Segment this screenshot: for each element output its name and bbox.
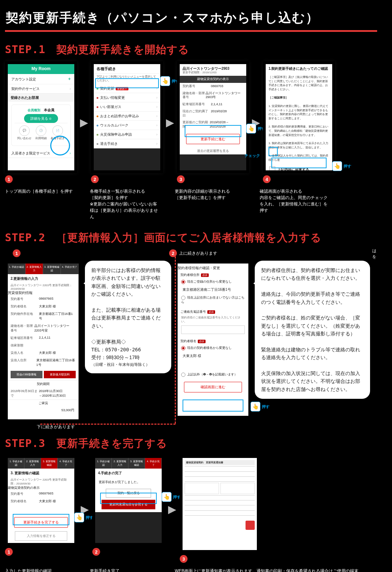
- speech-icon: 💬: [19, 125, 30, 136]
- kv-k: 建物名称・部屋番号: [11, 324, 34, 333]
- radio-addr-other[interactable]: 現在上記住所にお住まいでない方はこちら: [178, 294, 248, 306]
- icon-statement[interactable]: 🕒利用明細: [33, 125, 49, 140]
- icon-inquiry[interactable]: 💬問い合わせ: [16, 125, 33, 140]
- highlight-box: [95, 78, 159, 88]
- required-badge: 必須: [207, 310, 215, 314]
- step1-title: STEP.1 契約更新手続きを開始する: [5, 43, 377, 57]
- section-rooms: 登録されたお部屋: [8, 94, 74, 102]
- progress-step: 4. 手続き完了: [58, 458, 74, 469]
- highlight-box: [183, 400, 243, 412]
- doc-title: 建物賃貸借契約 更新同意通知書: [185, 460, 255, 465]
- radio-other[interactable]: 上記以外（❶～❻を記載願います）: [178, 371, 248, 378]
- menu-fire[interactable]: 火災保険申込み申請›: [94, 130, 160, 139]
- menu-gas[interactable]: いい部屋ガス›: [94, 102, 160, 112]
- menu-fire-label: 火災保険申込み申請: [100, 132, 132, 136]
- step2-balloonA: 前半部分にはお客様の契約情報が表示されています。誤字や駐車区画、金額等に間違いが…: [85, 261, 171, 373]
- addr-label: 契約者様住所: [180, 273, 200, 277]
- dashed-line: [175, 250, 176, 424]
- balloon-tel: TEL：0570-200-266: [91, 346, 165, 353]
- radio-icon: [181, 296, 185, 300]
- s3a-sub: 品川イーストワンタワー 2203号 更新手続期限：2018/09/30: [8, 478, 74, 486]
- row-services[interactable]: 契約中のサービス ›: [8, 84, 74, 94]
- step3-title: STEP.3 更新手続きを完了する: [5, 436, 377, 451]
- s3a-head: 3. 更新情報の確認: [8, 469, 74, 478]
- progress-step: 2. 更新情報入力: [112, 458, 128, 469]
- kv-k: 借家形態: [11, 343, 39, 348]
- radio-name-same[interactable]: 現在の契約者様名から変更なし: [178, 344, 248, 352]
- balloon-note: （日曜・祝日・年末年始等除く）: [91, 362, 165, 368]
- step3-doc: 建物賃貸借契約 更新同意通知書: [180, 455, 260, 553]
- deadline: 更新手続期限：2018/12/03: [180, 71, 246, 76]
- fee: 53,000円: [8, 407, 79, 414]
- press-label: 押す: [262, 404, 270, 409]
- press-label: 押す: [344, 164, 351, 169]
- edit-button[interactable]: 入力情報を修正する: [15, 531, 67, 541]
- member-type-label: 会員種別: [28, 108, 40, 112]
- highlight-ring: [50, 136, 70, 155]
- step3-cap1: 入力した更新情報の確認 ［更新手続きを完了する］を押す: [5, 568, 76, 572]
- arrow-icon: ▶: [78, 116, 90, 129]
- step2a-head: 2.更新情報の入力: [8, 274, 79, 283]
- pointer-icon: 👆: [160, 76, 170, 86]
- balloon-text: 前半部分にはお客様の契約情報が表示されています。誤字や駐車区画、金額等に間違いが…: [91, 266, 165, 298]
- fee-head: ご家賃: [8, 400, 79, 407]
- progress-bar: 1. 手続き確認 2. 更新情報入力 3. 更新情報確認 4. 手続き完了: [95, 458, 162, 469]
- progress-step: 1. 手続き確認: [95, 458, 112, 469]
- badge-3: 3: [180, 555, 188, 563]
- menu-moveout[interactable]: 退去手続き›: [94, 139, 160, 148]
- band: 建物賃貸借契約の表示: [180, 76, 246, 83]
- balloon-text: 緊急連絡先は建物のトラブル等で連絡の取れる連絡先を入力してください。: [261, 346, 364, 362]
- progress-step: 4. 手続き完了: [61, 264, 79, 274]
- tab-right[interactable]: 更新後月額賃料: [44, 371, 76, 378]
- clock-icon: 🕒: [36, 125, 46, 136]
- badge-3: 3: [177, 175, 185, 183]
- menu-combine[interactable]: おまとめ請求のお申込み›: [94, 112, 160, 121]
- name-label: 契約者様名: [180, 339, 196, 343]
- tel-note: 契約者様のご連絡先電話番号を入力してください。: [178, 315, 248, 324]
- menu-payment[interactable]: 支払い情報変更›: [94, 93, 160, 102]
- history-link[interactable]: 過去の更新履歴を見る: [180, 148, 246, 155]
- kv-v: 大東太郎 様: [39, 499, 56, 504]
- row-account-label: アカウント設定: [11, 77, 36, 81]
- radio-label: 現在の契約者様名から変更なし: [187, 346, 232, 350]
- name-value: 大東太郎 様: [178, 352, 248, 360]
- menu-combine-label: おまとめ請求のお申込み: [100, 114, 139, 118]
- term-from: 2018年09月30日まで: [11, 389, 39, 398]
- tel-input[interactable]: [181, 325, 245, 334]
- highlight-box: [271, 158, 327, 168]
- press-indicator: 👆押す: [250, 402, 270, 412]
- balloon-text: 契約者様住所は、契約者様が実際にお住まいになられている住所を選択・入力ください。: [261, 266, 364, 282]
- radio-label: 現在上記住所にお住まいでない方はこちら: [181, 296, 244, 304]
- step1-cap4: 確認画面が表示される 内容をご確認の上、同意のチェックを入れ、［更新情報入力に進…: [260, 188, 330, 214]
- confirm-button[interactable]: 確認画面に進む: [184, 382, 242, 392]
- required-badge: 必須: [198, 340, 206, 343]
- pointer-icon: 👆: [250, 402, 260, 412]
- seal-icon: [246, 521, 255, 530]
- radio-icon: [181, 373, 185, 377]
- chevron-right-icon: ›: [70, 151, 71, 155]
- progress-step: 3. 更新情報確認: [43, 264, 61, 274]
- press-indicator: 👆押す: [160, 76, 179, 86]
- radio-on-icon: [181, 346, 185, 350]
- radio-addr-same[interactable]: 現在ご登録の住所から変更なし: [178, 278, 248, 285]
- tab-left[interactable]: 照会の特徴情報: [11, 371, 42, 378]
- step3-cap2: 更新手続き完了 ［更新同意通知書を参照する］を押す: [90, 568, 161, 572]
- done-msg: 更新手続きが完了しました。: [95, 478, 162, 487]
- menu-welcome[interactable]: ウェルカムパーク›: [94, 121, 160, 130]
- press-indicator: 👆押す: [74, 512, 93, 522]
- member-type: 本会員: [44, 108, 54, 112]
- detail-button[interactable]: 詳細を見る ⊙: [24, 114, 58, 123]
- plus-icon: +: [68, 76, 71, 82]
- press-indicator: 👆押す: [332, 161, 351, 171]
- row-account[interactable]: アカウント設定 +: [8, 74, 74, 85]
- badge-4: 4: [263, 175, 271, 183]
- kv-k: 契約番号: [11, 492, 39, 496]
- balloon-text: 連絡先は、今回の契約更新手続き等でご連絡のつく電話番号を入力してください。: [261, 290, 364, 306]
- step2-shotA: 1. 手続き確認 2. 更新情報入力 3. 更新情報確認 4. 手続き完了 2.…: [5, 261, 81, 422]
- press-indicator: 👆押す: [246, 124, 265, 134]
- step3-shotA: 1. 手続き確認 2. 更新情報入力 3. 更新情報確認 4. 手続き完了 3.…: [5, 455, 77, 546]
- myroom-header: My Room: [8, 64, 74, 74]
- highlight-box: [185, 125, 241, 137]
- kv-v: 2,1,4,11: [211, 102, 223, 107]
- balloon-text: また、記載事項に相違がある場合は更新事務局までご連絡ください。: [91, 306, 165, 330]
